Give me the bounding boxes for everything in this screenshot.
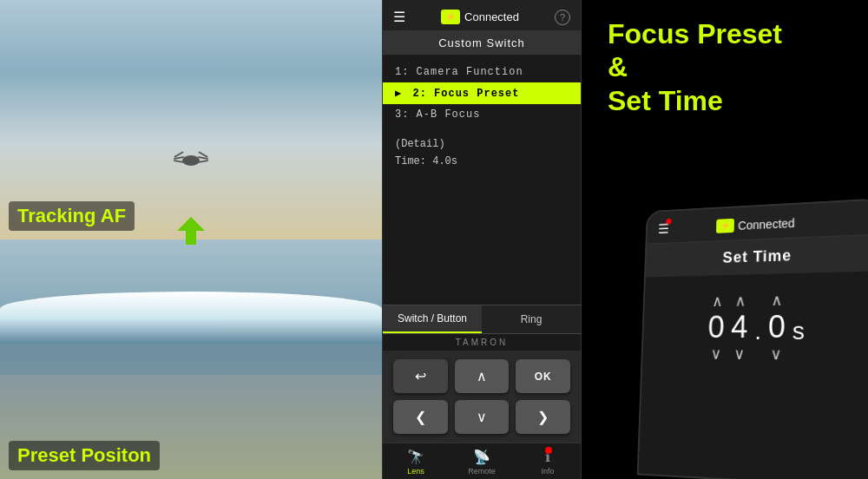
sp-unit-label: s (792, 308, 806, 344)
back-button[interactable]: ↩ (393, 359, 448, 393)
footer-remote-btn[interactable]: 📡 Remote (449, 449, 515, 476)
sp-sec-tens-digit: 4 (731, 310, 748, 344)
footer-lens-btn[interactable]: 🔭 Lens (383, 449, 449, 476)
sp-seconds-ones-col: ∧ 0 ∨ (767, 291, 786, 364)
custom-switch-title: Custom Switch (383, 31, 581, 55)
sp-sec-ones-down[interactable]: ∨ (771, 344, 782, 364)
sp-minutes-digit: 0 (707, 311, 725, 344)
menu-item-1[interactable]: 1: Camera Function (383, 62, 581, 82)
menu-list: 1: Camera Function 2: Focus Preset 3: A-… (383, 55, 581, 305)
sp-connected-text: Connected (738, 216, 795, 232)
down-button[interactable]: ∨ (455, 400, 510, 434)
photo-tracking-af: Tracking AF (0, 0, 382, 240)
preset-position-label: Preset Positon (9, 441, 160, 470)
app-header: ☰ ⚡ Connected ? (383, 0, 581, 31)
connected-status: Connected (464, 10, 519, 23)
tracking-af-label: Tracking AF (9, 201, 135, 231)
title-line1: Focus Preset (608, 17, 851, 50)
tab-ring-button[interactable]: Ring (482, 305, 581, 333)
phone-app-panel: ☰ ⚡ Connected ? Custom Switch 1: Camera … (382, 0, 582, 479)
footer-info-btn[interactable]: ℹ Info (515, 449, 581, 476)
sp-hamburger-icon: ☰ (658, 221, 669, 237)
usb-icon: ⚡ (441, 10, 460, 24)
detail-label: (Detail) (395, 135, 569, 153)
sp-sec-tens-up[interactable]: ∧ (734, 292, 746, 311)
sp-seconds-tens-col: ∧ 4 ∨ (730, 292, 748, 364)
remote-label: Remote (468, 467, 496, 476)
help-icon[interactable]: ? (555, 10, 570, 25)
crab-photo (174, 148, 208, 170)
sp-dot-separator: . (754, 309, 761, 345)
notification-dot (545, 447, 552, 454)
sp-usb-icon: ⚡ (716, 219, 734, 233)
left-button[interactable]: ❮ (393, 400, 448, 434)
remote-icon: 📡 (473, 449, 490, 465)
sp-minutes-down[interactable]: ∨ (710, 344, 721, 363)
sp-sec-ones-digit: 0 (768, 310, 786, 344)
green-arrow (175, 215, 207, 250)
menu-item-3[interactable]: 3: A-B Focus (383, 104, 581, 125)
svg-marker-0 (177, 217, 205, 245)
sp-time-display: ∧ 0 ∨ ∧ 4 ∨ . ∧ 0 ∨ s (642, 271, 868, 373)
sp-sec-tens-down[interactable]: ∨ (733, 344, 745, 364)
sp-connected-badge: ⚡ Connected (716, 215, 795, 233)
sp-sec-ones-up[interactable]: ∧ (772, 291, 783, 310)
app-footer: 🔭 Lens 📡 Remote ℹ Info (383, 443, 581, 479)
sp-notification-dot (666, 219, 671, 225)
second-phone: ☰ ⚡ Connected Set Time ∧ 0 ∨ ∧ 4 ∨ . (637, 198, 868, 479)
tamron-label: TAMRON (383, 334, 581, 351)
time-label: Time: 4.0s (395, 153, 569, 170)
detail-section: (Detail) Time: 4.0s (383, 125, 581, 181)
hamburger-icon[interactable]: ☰ (393, 9, 405, 25)
left-panel: Tracking AF Preset Positon (0, 0, 382, 479)
ok-button[interactable]: OK (516, 359, 570, 393)
control-buttons-grid: ↩ ∧ OK ❮ ∨ ❯ (383, 351, 581, 443)
sp-minutes-up[interactable]: ∧ (712, 292, 723, 310)
tab-switch-button[interactable]: Switch / Button (383, 305, 482, 333)
lens-label: Lens (407, 467, 424, 476)
sp-minutes-col: ∧ 0 ∨ (707, 292, 726, 363)
up-button[interactable]: ∧ (455, 359, 510, 393)
right-button[interactable]: ❯ (516, 400, 570, 434)
info-label: Info (541, 467, 554, 476)
focus-preset-title: Focus Preset & Set Time (608, 17, 851, 117)
title-line3: Set Time (608, 84, 851, 117)
tab-bar: Switch / Button Ring (383, 305, 581, 334)
right-panel: Focus Preset & Set Time ☰ ⚡ Connected Se… (582, 0, 868, 479)
menu-item-2[interactable]: 2: Focus Preset (383, 82, 581, 104)
photo-preset-position: Preset Positon (0, 240, 382, 479)
lens-icon: 🔭 (407, 449, 424, 465)
title-line2: & (608, 50, 851, 83)
connected-badge: ⚡ Connected (441, 10, 519, 24)
